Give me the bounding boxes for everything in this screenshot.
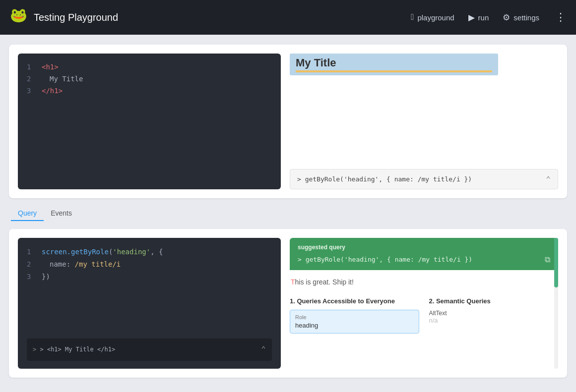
query-editor[interactable]: 1 screen.getByRole('heading', { 2 name: … <box>18 238 281 369</box>
preview-heading: My Title <box>290 54 558 75</box>
col2-title: 2. Semantic Queries <box>429 297 559 305</box>
semantic-queries-col: 2. Semantic Queries AltText n/a <box>429 297 559 334</box>
highlight-letter: T <box>291 278 295 286</box>
line-number: 3 <box>27 271 34 283</box>
scrollbar-thumb[interactable] <box>554 238 558 287</box>
role-label: Role <box>295 314 414 320</box>
settings-icon: ⚙ <box>503 12 510 23</box>
suggested-query-code: > getByRole('heading', { name: /my title… <box>298 255 550 264</box>
playground-icon:  <box>411 12 414 22</box>
chevron-up-icon[interactable]: ⌃ <box>546 174 551 184</box>
header-nav:  playground ▶ run ⚙ settings ⋮ <box>411 11 566 24</box>
suggested-query-text: > getByRole('heading', { name: /my title… <box>298 256 472 263</box>
role-field: Role heading <box>290 310 419 334</box>
query-result-text: > > <h1> My Title </h1> <box>33 344 115 355</box>
copy-icon[interactable]: ⧉ <box>545 255 550 264</box>
more-menu-button[interactable]: ⋮ <box>555 11 566 24</box>
code-line-2: 2 My Title <box>27 73 272 85</box>
html-editor[interactable]: 1 <h1> 2 My Title 3 </h1> <box>18 54 281 189</box>
settings-nav-label: settings <box>513 13 539 22</box>
query-line-3: 3 }) <box>27 271 272 283</box>
alttext-label: AltText <box>429 310 559 317</box>
preview-query-bar: > getByRole('heading', { name: /my title… <box>290 169 558 189</box>
col1-title: 1. Queries Accessible to Everyone <box>290 297 419 305</box>
results-panel: suggested query > getByRole('heading', {… <box>290 238 558 369</box>
code-line-3: 3 </h1> <box>27 85 272 97</box>
code-content: }) <box>42 271 50 283</box>
preview-h1: My Title <box>290 54 498 75</box>
code-content: name: /my title/i <box>42 258 121 271</box>
scrollbar-track[interactable] <box>554 238 558 369</box>
run-nav-label: run <box>478 13 489 22</box>
ship-it-rest: his is great. Ship it! <box>295 278 354 286</box>
run-icon: ▶ <box>468 12 475 23</box>
code-content: screen.getByRole('heading', { <box>42 246 163 258</box>
line-number: 3 <box>27 85 34 97</box>
alttext-field: AltText n/a <box>429 310 559 324</box>
logo-icon: 🐸 <box>10 8 28 26</box>
code-content: </h1> <box>42 85 63 97</box>
tab-query[interactable]: Query <box>11 206 44 221</box>
ship-it-message: This is great. Ship it! <box>290 270 558 292</box>
role-value: heading <box>295 322 414 329</box>
code-content: <h1> <box>42 61 59 73</box>
preview-query-text: > getByRole('heading', { name: /my title… <box>297 175 472 183</box>
preview-panel: My Title > getByRole('heading', { name: … <box>290 54 558 189</box>
line-number: 1 <box>27 246 34 258</box>
line-number: 1 <box>27 61 34 73</box>
playground-nav-label: playground <box>417 13 454 22</box>
chevron-up-icon[interactable]: ⌃ <box>261 342 266 357</box>
code-content: My Title <box>50 73 83 85</box>
query-columns: 1. Queries Accessible to Everyone Role h… <box>290 297 558 334</box>
main-content: 1 <h1> 2 My Title 3 </h1> My Title > get… <box>0 35 576 388</box>
line-number: 2 <box>27 73 34 85</box>
query-line-1: 1 screen.getByRole('heading', { <box>27 246 272 258</box>
top-panel: 1 <h1> 2 My Title 3 </h1> My Title > get… <box>9 45 567 198</box>
settings-nav-item[interactable]: ⚙ settings <box>503 12 539 23</box>
tab-events[interactable]: Events <box>44 206 79 221</box>
queries-accessible-col: 1. Queries Accessible to Everyone Role h… <box>290 297 419 334</box>
alttext-value: n/a <box>429 317 559 324</box>
query-bottom-bar: > > <h1> My Title </h1> ⌃ <box>27 338 272 361</box>
app-title: Testing Playground <box>34 12 405 23</box>
tabs-bar: Query Events <box>9 206 567 221</box>
playground-nav-item[interactable]:  playground <box>411 12 454 22</box>
suggested-query-label: suggested query <box>298 244 550 251</box>
suggested-query-box: suggested query > getByRole('heading', {… <box>290 238 558 270</box>
query-line-2: 2 name: /my title/i <box>27 258 272 271</box>
line-number: 2 <box>27 258 34 271</box>
header: 🐸 Testing Playground  playground ▶ run … <box>0 0 576 35</box>
bottom-panel: 1 screen.getByRole('heading', { 2 name: … <box>9 229 567 378</box>
preview-area: My Title <box>290 54 558 169</box>
code-line-1: 1 <h1> <box>27 61 272 73</box>
run-nav-item[interactable]: ▶ run <box>468 12 489 23</box>
